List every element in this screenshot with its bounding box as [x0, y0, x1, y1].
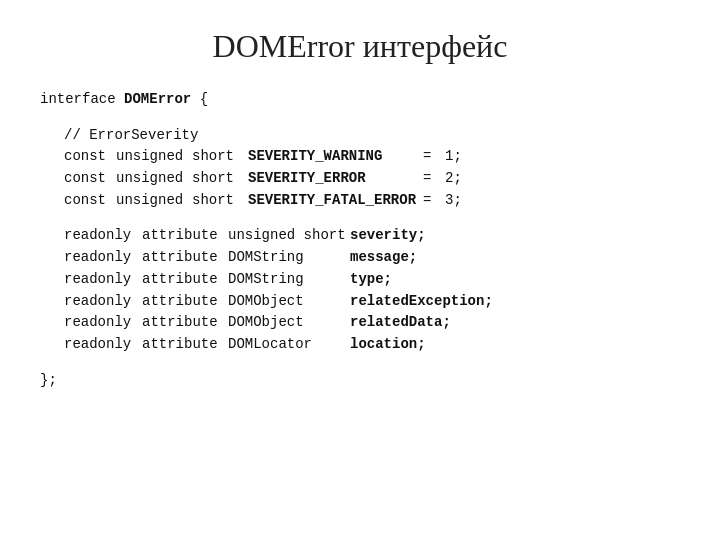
const-lines: constunsignedshortSEVERITY_WARNING=1;con…: [64, 146, 680, 211]
const-line-1: constunsignedshortSEVERITY_ERROR=2;: [64, 168, 680, 190]
open-brace: {: [200, 91, 208, 107]
interface-keyword: interface: [40, 91, 116, 107]
readonly-line-0: readonlyattributeunsigned shortseverity;: [64, 225, 680, 247]
comment-text: // ErrorSeverity: [64, 125, 198, 147]
const-line-2: constunsignedshortSEVERITY_FATAL_ERROR=3…: [64, 190, 680, 212]
readonly-line-1: readonlyattributeDOMStringmessage;: [64, 247, 680, 269]
closing-brace: };: [40, 370, 680, 392]
interface-name: DOMError: [124, 91, 191, 107]
interface-declaration: interface DOMError {: [40, 89, 680, 111]
const-line-0: constunsignedshortSEVERITY_WARNING=1;: [64, 146, 680, 168]
readonly-lines: readonlyattributeunsigned shortseverity;…: [64, 225, 680, 355]
const-section: // ErrorSeverity constunsignedshortSEVER…: [64, 125, 680, 212]
page-title: DOMError интерфейс: [0, 0, 720, 89]
comment-line: // ErrorSeverity: [64, 125, 680, 147]
code-block: interface DOMError { // ErrorSeverity co…: [40, 89, 680, 391]
readonly-line-2: readonlyattributeDOMStringtype;: [64, 269, 680, 291]
readonly-line-3: readonlyattributeDOMObjectrelatedExcepti…: [64, 291, 680, 313]
readonly-line-5: readonlyattributeDOMLocatorlocation;: [64, 334, 680, 356]
readonly-section: readonlyattributeunsigned shortseverity;…: [64, 225, 680, 355]
readonly-line-4: readonlyattributeDOMObjectrelatedData;: [64, 312, 680, 334]
